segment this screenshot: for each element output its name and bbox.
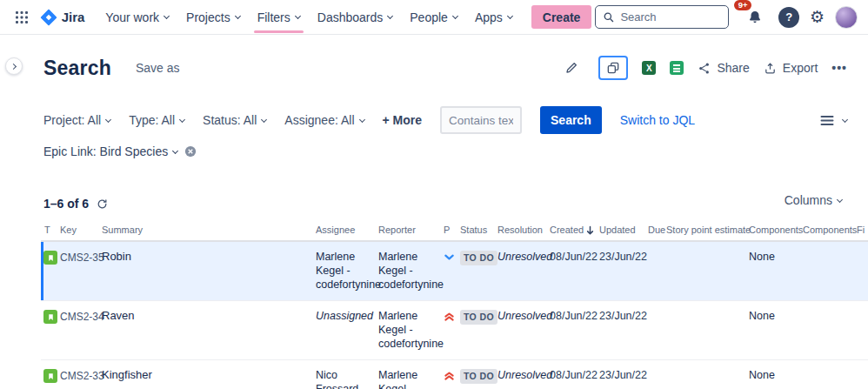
issue-key[interactable]: CMS2-34 <box>57 309 98 324</box>
story-type-icon <box>43 251 57 265</box>
more-actions-button[interactable]: ••• <box>831 61 847 75</box>
refresh-icon <box>97 198 108 210</box>
table-row[interactable]: CMS2-34 Raven Unassigned Marlene Kegel -… <box>41 301 868 360</box>
chevron-down-icon <box>172 147 178 153</box>
col-header-assignee[interactable]: Assignee <box>312 225 375 235</box>
col-header-priority[interactable]: P <box>440 225 457 235</box>
copy-view-icon <box>606 61 620 75</box>
nav-item-projects[interactable]: Projects <box>177 0 249 35</box>
col-header-summary[interactable]: Summary <box>98 225 312 235</box>
app-switcher-button[interactable] <box>9 4 35 30</box>
export-sheets-button[interactable] <box>670 61 684 75</box>
bell-icon <box>747 10 763 25</box>
col-header-status[interactable]: Status <box>457 225 494 235</box>
jira-logo[interactable]: Jira <box>37 9 96 26</box>
col-header-created[interactable]: Created <box>546 225 596 235</box>
page-header-actions: X Share Export ••• <box>558 55 847 81</box>
col-header-fix-truncated[interactable]: Fi <box>853 225 868 235</box>
chevron-down-icon <box>507 13 513 19</box>
col-header-components[interactable]: Components <box>745 225 799 235</box>
active-filters-row: Epic Link: Bird Species <box>43 144 847 158</box>
jira-logo-icon <box>40 9 57 26</box>
filter-label: Status: All <box>203 113 257 127</box>
reporter-cell: Marlene Kegel - codefortynine <box>375 368 440 389</box>
help-button[interactable]: ? <box>778 7 799 28</box>
refresh-button[interactable] <box>97 198 108 210</box>
resolution-cell: Unresolved <box>494 250 546 264</box>
list-view-options-button[interactable] <box>820 115 847 126</box>
edit-filter-button[interactable] <box>558 55 584 81</box>
nav-item-your-work[interactable]: Your work <box>97 0 177 35</box>
col-header-resolution[interactable]: Resolution <box>494 225 546 235</box>
remove-epic-filter-button[interactable] <box>184 145 197 158</box>
col-header-due[interactable]: Due <box>644 225 663 235</box>
notifications-button[interactable]: 9+ <box>743 4 769 30</box>
assignee-cell: Nico Frossard - codefortynine <box>312 368 375 389</box>
filter-status-dropdown[interactable]: Status: All <box>203 113 266 127</box>
col-header-reporter[interactable]: Reporter <box>375 225 440 235</box>
nav-label: Dashboards <box>317 10 384 24</box>
issue-summary[interactable]: Robin <box>98 250 312 264</box>
issue-type-cell <box>41 250 57 265</box>
col-header-story-point-estimate[interactable]: Story point estimate <box>663 225 745 235</box>
col-header-components-2[interactable]: Components <box>799 225 853 235</box>
export-excel-button[interactable]: X <box>642 61 656 75</box>
columns-button[interactable]: Columns <box>779 190 847 211</box>
issue-key[interactable]: CMS2-33 <box>57 368 98 383</box>
export-button[interactable]: Export <box>764 61 818 75</box>
issue-table: T Key Summary Assignee Reporter P Status… <box>41 225 868 389</box>
global-search-input[interactable] <box>620 10 716 23</box>
nav-item-filters[interactable]: Filters <box>249 0 309 35</box>
detail-view-toggle-button[interactable] <box>598 56 628 80</box>
nav-item-apps[interactable]: Apps <box>466 0 521 35</box>
nav-item-people[interactable]: People <box>401 0 466 35</box>
epic-link-filter-chip[interactable]: Epic Link: Bird Species <box>43 144 177 158</box>
table-row[interactable]: CMS2-35 Robin Marlene Kegel - codefortyn… <box>41 242 868 301</box>
col-header-key[interactable]: Key <box>57 225 98 235</box>
results-count-wrap: 1–6 of 6 <box>43 197 108 211</box>
issue-key[interactable]: CMS2-35 <box>57 250 98 265</box>
reporter-cell: Marlene Kegel - codefortynine <box>375 309 440 351</box>
filter-type-dropdown[interactable]: Type: All <box>129 113 184 127</box>
filter-assignee-dropdown[interactable]: Assignee: All <box>284 113 364 127</box>
create-button[interactable]: Create <box>531 5 592 29</box>
excel-icon: X <box>642 61 656 75</box>
jira-logo-text: Jira <box>62 10 85 24</box>
table-row[interactable]: CMS2-33 Kingfisher Nico Frossard - codef… <box>41 360 868 389</box>
contains-text-input[interactable] <box>440 106 522 134</box>
nav-label: Apps <box>475 10 503 24</box>
sort-desc-icon <box>586 225 594 235</box>
filter-label: Type: All <box>129 113 175 127</box>
filter-project-dropdown[interactable]: Project: All <box>43 113 110 127</box>
epic-link-filter-label: Epic Link: Bird Species <box>43 144 168 158</box>
pencil-icon <box>564 61 578 75</box>
priority-lowest-icon <box>444 252 455 263</box>
chevron-down-icon <box>235 13 241 19</box>
chevron-down-icon <box>358 116 364 122</box>
assignee-cell: Marlene Kegel - codefortynine <box>312 250 375 292</box>
share-button[interactable]: Share <box>698 61 749 75</box>
status-badge: TO DO <box>460 369 497 384</box>
issue-type-cell <box>41 309 57 324</box>
chevron-down-icon <box>837 196 843 202</box>
save-as-button[interactable]: Save as <box>136 61 180 75</box>
nav-item-dashboards[interactable]: Dashboards <box>309 0 402 35</box>
sidebar-expand-button[interactable] <box>5 57 23 75</box>
col-header-created-label: Created <box>550 225 584 235</box>
issue-summary[interactable]: Kingfisher <box>98 368 312 382</box>
settings-button[interactable]: ⚙ <box>810 9 825 25</box>
col-header-updated[interactable]: Updated <box>596 225 644 235</box>
story-type-icon <box>43 310 57 324</box>
issue-summary[interactable]: Raven <box>98 309 312 323</box>
chevron-down-icon <box>105 116 111 122</box>
page-header: Search Save as X Share Export ••• <box>43 50 847 85</box>
share-icon <box>698 62 711 75</box>
switch-to-jql-link[interactable]: Switch to JQL <box>620 113 695 127</box>
chevron-down-icon <box>179 116 185 122</box>
col-header-type[interactable]: T <box>41 225 57 235</box>
more-filters-button[interactable]: + More <box>383 113 423 127</box>
priority-cell <box>440 250 457 263</box>
profile-menu-button[interactable] <box>835 6 858 29</box>
filter-search-button[interactable]: Search <box>540 106 602 134</box>
global-search[interactable] <box>595 5 728 29</box>
